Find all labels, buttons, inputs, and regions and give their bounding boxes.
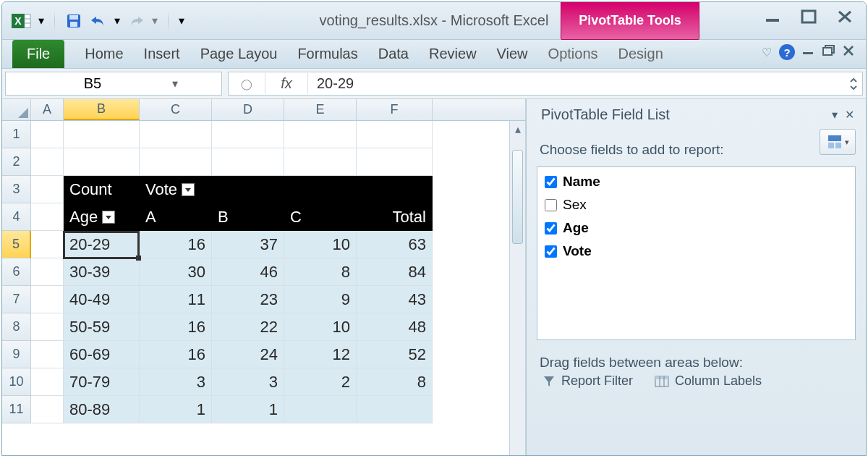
field-list-dropdown-icon[interactable]: ▾ [832,108,838,122]
field-item[interactable]: Sex [540,193,852,216]
formula-input[interactable]: 20-29 [308,75,845,92]
pivot-data-cell[interactable]: 1 [212,396,284,423]
pivot-data-cell[interactable]: 9 [284,286,357,313]
row-header[interactable]: 2 [2,148,31,176]
area-column-labels[interactable]: Column Labels [655,373,762,389]
cell[interactable] [357,176,433,203]
cell[interactable] [31,396,64,423]
pivot-total-cell[interactable]: 43 [357,286,433,313]
col-header-A[interactable]: A [31,99,64,120]
cell[interactable] [31,286,64,313]
filter-dropdown[interactable] [182,183,195,196]
fx-icon[interactable]: fx [265,73,308,94]
tab-insert[interactable]: Insert [134,40,190,68]
cell[interactable] [31,368,64,396]
ribbon-minimize-icon[interactable]: ♡ [762,46,772,59]
field-checkbox[interactable] [545,176,557,188]
doc-minimize-button[interactable] [802,46,815,59]
cell[interactable] [140,121,212,148]
pivot-age-cell[interactable]: 50-59 [64,313,140,341]
row-header[interactable]: 5 [2,231,31,258]
cell[interactable] [31,148,64,176]
col-header-D[interactable]: D [212,99,284,120]
vertical-scrollbar[interactable]: ▴ [509,121,525,455]
pivot-total-cell[interactable]: 8 [357,368,433,396]
pivot-data-cell[interactable]: 23 [212,286,284,313]
filter-dropdown[interactable] [102,211,115,224]
name-box[interactable]: ▾ [5,72,222,96]
cell[interactable] [212,121,284,148]
field-list-box[interactable]: NameSexAgeVote [537,166,856,340]
cell[interactable] [31,231,64,258]
pivot-age-cell[interactable]: 30-39 [64,258,140,286]
layout-toggle-button[interactable]: ▾ [820,129,856,155]
field-item[interactable]: Vote [540,240,852,263]
field-checkbox[interactable] [545,245,557,258]
redo-dropdown[interactable]: ▾ [150,14,159,28]
field-checkbox[interactable] [545,199,557,211]
pivot-total-cell[interactable]: 48 [357,313,433,341]
field-checkbox[interactable] [545,222,557,235]
file-tab[interactable]: File [12,40,64,68]
cell[interactable] [284,176,357,203]
pivot-col-A[interactable]: A [140,203,212,231]
pivot-col-total[interactable]: Total [357,203,433,231]
row-header[interactable]: 11 [2,396,31,423]
cell[interactable] [284,121,357,148]
maximize-button[interactable] [801,9,817,24]
tab-home[interactable]: Home [75,40,133,68]
pivot-col-C[interactable]: C [284,203,357,231]
cell[interactable] [64,148,140,176]
pivot-total-cell[interactable]: 52 [357,341,433,368]
doc-close-button[interactable] [843,45,856,59]
name-box-dropdown[interactable]: ▾ [172,77,178,90]
worksheet-grid[interactable]: A B C D E F 123CountVote 4Age ABCTotal52… [2,99,526,455]
pivot-data-cell[interactable]: 30 [140,258,212,286]
redo-button[interactable] [126,11,146,31]
cell[interactable] [357,148,433,176]
cell[interactable] [31,258,64,286]
pivot-total-cell[interactable]: 63 [357,231,433,258]
field-item[interactable]: Name [540,170,852,193]
select-all-corner[interactable] [2,99,31,120]
pivot-age-label[interactable]: Age [64,203,140,231]
pivot-age-cell[interactable]: 70-79 [64,368,140,396]
row-header[interactable]: 1 [2,121,31,148]
col-header-E[interactable]: E [284,99,357,120]
row-header[interactable]: 7 [2,286,31,313]
col-header-F[interactable]: F [357,99,433,120]
scroll-up-button[interactable]: ▴ [510,121,525,137]
name-box-input[interactable] [13,75,172,92]
cell[interactable] [357,121,433,148]
tab-view[interactable]: View [487,40,538,68]
row-header[interactable]: 4 [2,203,31,231]
expand-formula-bar[interactable] [845,77,862,90]
row-header[interactable]: 6 [2,258,31,286]
pivot-data-cell[interactable]: 16 [140,341,212,368]
cell[interactable] [31,176,64,203]
pivot-data-cell[interactable]: 11 [140,286,212,313]
cell[interactable] [31,313,64,341]
cell[interactable] [31,341,64,368]
row-header[interactable]: 8 [2,313,31,341]
app-menu-dropdown[interactable]: ▾ [37,14,46,28]
close-button[interactable] [837,9,853,24]
pivot-col-B[interactable]: B [212,203,284,231]
pivot-age-cell[interactable]: 20-29 [64,231,140,258]
cancel-formula-icon[interactable]: ◯ [229,78,265,90]
pivot-data-cell[interactable]: 16 [140,313,212,341]
scroll-thumb[interactable] [512,150,523,244]
cell[interactable] [140,148,212,176]
cell[interactable] [212,148,284,176]
cell[interactable] [212,176,284,203]
pivot-total-cell[interactable] [357,396,433,423]
pivot-age-cell[interactable]: 60-69 [64,341,140,368]
tab-options[interactable]: Options [538,40,608,68]
pivot-data-cell[interactable] [284,396,357,423]
help-icon[interactable]: ? [779,44,795,60]
field-list-close-icon[interactable]: ✕ [845,108,854,122]
undo-button[interactable] [88,11,109,31]
row-header[interactable]: 9 [2,341,31,368]
qat-customize[interactable]: ▾ [177,14,186,28]
pivot-vote-label[interactable]: Vote [140,176,212,203]
